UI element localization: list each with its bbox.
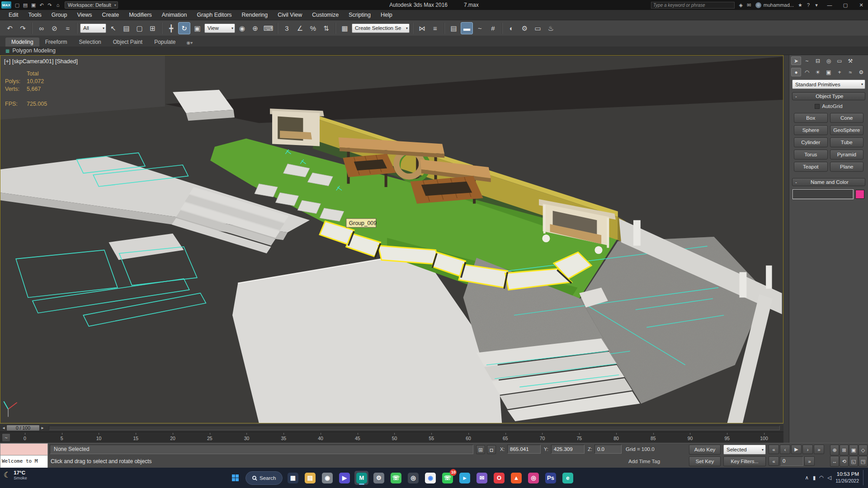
timeline-tick[interactable]: 10 <box>96 436 102 441</box>
settings-icon[interactable]: ⚙ <box>372 471 386 485</box>
tab-selection[interactable]: Selection <box>73 38 107 47</box>
spinner-snap-icon[interactable]: ⇅ <box>320 22 332 34</box>
camera-app-icon[interactable]: ◉ <box>320 471 334 485</box>
undo-icon[interactable]: ↶ <box>4 22 16 34</box>
favorites-icon[interactable]: ★ <box>796 1 804 9</box>
user-avatar[interactable]: ☺ <box>755 2 761 8</box>
previous-frame-button[interactable]: ‹ <box>780 445 790 454</box>
select-and-manipulate-icon[interactable]: ⊕ <box>249 22 261 34</box>
unlink-selection-icon[interactable]: ⊘ <box>48 22 61 34</box>
tab-object-paint[interactable]: Object Paint <box>107 38 148 47</box>
cameras-category-icon[interactable]: ▣ <box>824 68 834 76</box>
select-and-link-icon[interactable]: ∞ <box>35 22 47 34</box>
notification-icon[interactable]: ✉ <box>745 1 753 9</box>
x-coordinate-field[interactable]: 865.041 <box>507 445 541 454</box>
autogrid-checkbox[interactable] <box>815 104 820 109</box>
add-time-tag[interactable]: Add Time Tag <box>628 459 660 464</box>
zoom-all-button[interactable]: ⊞ <box>840 445 849 455</box>
timeline-tick[interactable]: 100 <box>760 436 768 441</box>
brave-icon[interactable]: ▲ <box>509 471 523 485</box>
obs-studio-icon[interactable]: ◎ <box>406 471 420 485</box>
show-desktop-button[interactable] <box>863 470 864 485</box>
menu-item[interactable]: Civil View <box>273 10 307 20</box>
tab-modeling[interactable]: Modeling <box>5 38 39 47</box>
tray-expand-icon[interactable]: ∧ <box>805 474 809 481</box>
bind-to-space-warp-icon[interactable]: ≈ <box>61 22 74 34</box>
menu-item[interactable]: Help <box>376 10 397 20</box>
key-forward-button[interactable]: » <box>804 456 815 466</box>
maximize-viewport-toggle-button[interactable]: ◱ <box>849 456 858 467</box>
schematic-view-icon[interactable]: # <box>487 22 499 34</box>
separator[interactable] <box>76 23 77 34</box>
zoom-button[interactable]: ⊕ <box>830 445 839 455</box>
display-tab-icon[interactable]: ▭ <box>835 56 844 65</box>
systems-category-icon[interactable]: ⚙ <box>856 68 866 76</box>
object-type-rollout[interactable]: - Object Type <box>792 92 865 100</box>
separator[interactable] <box>502 23 503 34</box>
menu-item[interactable]: Modifiers <box>124 10 157 20</box>
taskbar-clock[interactable]: 10:53 PM 11/26/2022 <box>835 471 859 484</box>
go-to-end-button[interactable]: » <box>814 445 824 454</box>
signed-in-user[interactable]: muhammad... <box>764 2 794 8</box>
chrome-icon[interactable]: ◉ <box>423 471 437 485</box>
zoom-region-button[interactable]: ◇ <box>859 445 868 455</box>
hierarchy-tab-icon[interactable]: ⊟ <box>813 56 823 65</box>
object-type-button[interactable]: Teapot <box>794 162 828 172</box>
select-and-rotate-icon[interactable]: ↻ <box>178 22 190 34</box>
mirror-icon[interactable]: ⋈ <box>416 22 428 34</box>
window-crossing-toggle-icon[interactable]: ⊞ <box>146 22 159 34</box>
object-color-swatch[interactable] <box>855 190 864 199</box>
redo-icon[interactable]: ↷ <box>17 22 29 34</box>
time-slider-handle[interactable]: 0 / 100 <box>6 425 40 431</box>
select-and-scale-icon[interactable]: ▣ <box>191 22 203 34</box>
menu-item[interactable]: Scripting <box>344 10 376 20</box>
object-type-button[interactable]: Pyramid <box>830 150 864 160</box>
transform-type-in-icon[interactable]: ⊞ <box>476 445 485 454</box>
object-type-button[interactable]: Cylinder <box>794 137 828 147</box>
motion-tab-icon[interactable]: ◎ <box>824 56 834 65</box>
battery-icon[interactable]: ▮ <box>813 474 816 481</box>
object-type-button[interactable]: Tube <box>830 137 864 147</box>
separator[interactable] <box>277 23 278 34</box>
task-view-icon[interactable]: ▦ <box>286 471 300 485</box>
set-key-button[interactable]: Set Key <box>689 456 721 466</box>
zoom-extents-button[interactable]: ▣ <box>849 445 858 455</box>
viewport-label[interactable]: [+] [skpCamera001] [Shaded] <box>4 58 78 65</box>
timeline-tick[interactable]: 75 <box>576 436 582 441</box>
weather-widget[interactable]: ☾ 17°CSmoke <box>4 470 27 480</box>
key-back-button[interactable]: « <box>769 456 779 466</box>
separator[interactable] <box>412 23 413 34</box>
save-file-icon[interactable]: ▣ <box>29 1 38 9</box>
track-bar[interactable]: ~ 05101520253035404550556065707580859095… <box>0 432 783 443</box>
photoshop-icon[interactable]: Ps <box>543 471 557 485</box>
redo-icon[interactable]: ↷ <box>46 1 54 9</box>
timeline-tick[interactable]: 20 <box>170 436 175 441</box>
keyword-search-input[interactable]: Type a keyword or phrase <box>651 2 735 9</box>
go-to-start-button[interactable]: « <box>769 445 779 454</box>
curve-editor-icon[interactable]: ~ <box>474 22 486 34</box>
modify-tab-icon[interactable]: ~ <box>802 56 812 65</box>
name-and-color-rollout[interactable]: - Name and Color <box>792 178 865 186</box>
graphite-ribbon-toggle-icon[interactable]: ▬ <box>461 22 473 34</box>
menu-item[interactable]: Edit <box>4 10 24 20</box>
timeline-tick[interactable]: 65 <box>503 436 508 441</box>
separator[interactable] <box>444 23 445 34</box>
mini-curve-editor-button[interactable]: ~ <box>2 433 10 442</box>
file-explorer-icon[interactable]: ▤ <box>303 471 317 485</box>
timeline-tick[interactable]: 45 <box>355 436 360 441</box>
taskbar-search[interactable]: Search <box>245 471 283 485</box>
geometry-category-icon[interactable]: ● <box>791 68 801 76</box>
project-folder-icon[interactable]: ⌂ <box>54 1 62 9</box>
object-name-field[interactable] <box>793 190 853 199</box>
ribbon-config-icon[interactable]: ◉▾ <box>185 39 194 47</box>
object-type-button[interactable]: Box <box>794 113 828 123</box>
selection-filter-dropdown[interactable]: All <box>80 23 106 33</box>
select-and-move-icon[interactable]: ╋ <box>165 22 177 34</box>
volume-icon[interactable]: ◁ <box>827 474 831 481</box>
separator[interactable] <box>335 23 336 34</box>
orbit-button[interactable]: ⟲ <box>840 456 849 467</box>
instagram-icon[interactable]: ◎ <box>526 471 540 485</box>
key-mode-dropdown[interactable]: Selected <box>723 445 766 455</box>
y-coordinate-field[interactable]: 425.309 <box>551 445 585 454</box>
layer-manager-icon[interactable]: ▤ <box>448 22 460 34</box>
